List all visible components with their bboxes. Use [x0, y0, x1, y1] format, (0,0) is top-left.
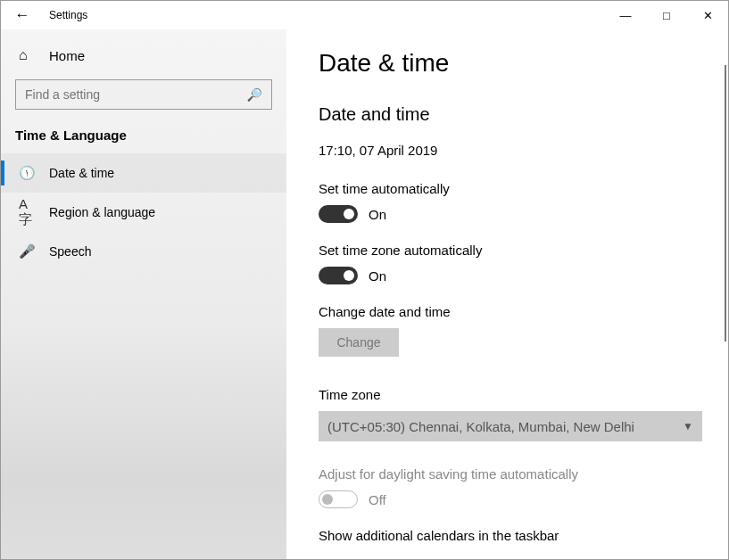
search-icon: 🔍	[247, 87, 262, 102]
sidebar-item-label: Speech	[49, 244, 91, 259]
close-button[interactable]: ✕	[687, 1, 728, 29]
set-tz-auto-label: Set time zone automatically	[319, 243, 696, 258]
current-datetime: 17:10, 07 April 2019	[319, 143, 696, 158]
sidebar-home[interactable]: ⌂ Home	[1, 40, 286, 79]
dst-state: Off	[369, 492, 386, 507]
sidebar-home-label: Home	[49, 48, 85, 63]
set-time-auto-label: Set time automatically	[319, 181, 696, 196]
search-box[interactable]: 🔍	[15, 79, 272, 110]
set-tz-auto-state: On	[369, 268, 386, 284]
sidebar-item-date-time[interactable]: 🕦 Date & time	[1, 153, 286, 193]
sidebar-item-label: Region & language	[49, 205, 155, 219]
change-dt-label: Change date and time	[319, 304, 696, 319]
titlebar: ← Settings ― □ ✕	[1, 1, 728, 29]
section-date-and-time: Date and time	[319, 104, 696, 125]
search-input[interactable]	[25, 87, 247, 102]
sidebar-item-label: Date & time	[49, 166, 114, 180]
chevron-down-icon: ▼	[683, 420, 693, 432]
main-content: Date & time Date and time 17:10, 07 Apri…	[286, 29, 728, 559]
home-icon: ⌂	[19, 47, 35, 63]
additional-calendars-label: Show additional calendars in the taskbar	[319, 528, 696, 543]
change-button: Change	[319, 328, 399, 357]
page-title: Date & time	[319, 49, 696, 78]
microphone-icon: 🎤	[19, 243, 35, 259]
sidebar-section-title: Time & Language	[1, 128, 286, 153]
dst-toggle	[319, 490, 358, 508]
window-title: Settings	[49, 9, 87, 21]
clock-icon: 🕦	[19, 165, 35, 181]
set-time-auto-toggle[interactable]	[319, 205, 358, 223]
set-tz-auto-toggle[interactable]	[319, 267, 358, 284]
back-button[interactable]: ←	[12, 6, 33, 24]
maximize-button[interactable]: □	[646, 1, 687, 29]
timezone-value: (UTC+05:30) Chennai, Kolkata, Mumbai, Ne…	[327, 419, 634, 434]
set-time-auto-state: On	[369, 207, 386, 222]
timezone-select: (UTC+05:30) Chennai, Kolkata, Mumbai, Ne…	[319, 411, 702, 441]
timezone-label: Time zone	[319, 387, 696, 402]
sidebar-item-speech[interactable]: 🎤 Speech	[1, 232, 286, 271]
scrollbar[interactable]	[725, 65, 726, 342]
language-icon: A字	[19, 196, 35, 228]
dst-label: Adjust for daylight saving time automati…	[319, 466, 696, 482]
sidebar-item-region-language[interactable]: A字 Region & language	[1, 193, 286, 232]
sidebar: ⌂ Home 🔍 Time & Language 🕦 Date & time A…	[1, 29, 286, 559]
minimize-button[interactable]: ―	[605, 1, 646, 29]
